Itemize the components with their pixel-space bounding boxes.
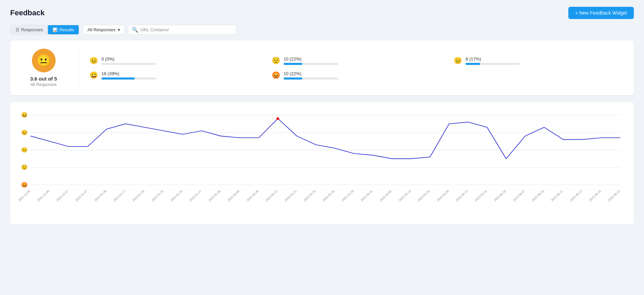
svg-text:2022-04-14: 2022-04-14 (474, 189, 488, 202)
new-feedback-widget-button[interactable]: + New Feedback Widget (568, 7, 634, 19)
svg-text:2022-03-15: 2022-03-15 (417, 189, 431, 202)
rating-emoji: 😟 (272, 56, 280, 65)
url-search-bar: 🔍 URL Contains/ (128, 25, 236, 35)
search-icon: 🔍 (132, 27, 138, 33)
svg-text:2022-03-02: 2022-03-02 (379, 189, 393, 202)
rating-emoji: 😐 (90, 56, 98, 65)
rating-info: 8 (17%) (466, 56, 626, 65)
svg-text:2022-09-12: 2022-09-12 (607, 189, 621, 202)
svg-text:2022-01-28: 2022-01-28 (208, 189, 221, 202)
svg-text:😐: 😐 (21, 147, 28, 153)
svg-text:2021-12-05: 2021-12-05 (18, 189, 31, 202)
svg-text:😊: 😊 (21, 129, 28, 135)
svg-text:2022-03-28: 2022-03-28 (436, 189, 450, 202)
rating-info: 10 (22%) (284, 56, 444, 65)
rating-emoji: 😡 (272, 71, 280, 79)
tab-group: ☰ Responses 📊 Results (10, 24, 79, 35)
svg-text:😟: 😟 (21, 164, 28, 170)
svg-text:😀: 😀 (21, 112, 28, 118)
rating-label: 10 (22%) (284, 56, 444, 62)
ratings-grid: 😐 0 (0%) 😀 18 (39%) 😟 10 (22%) (79, 56, 626, 80)
rating-row: 😐 0 (0%) (90, 56, 262, 65)
rating-emoji: 😀 (90, 71, 98, 79)
rating-bar-background (284, 63, 338, 65)
svg-text:2022-06-07: 2022-06-07 (512, 189, 526, 202)
page-title: Feedback (10, 8, 45, 17)
svg-text:2022-02-06: 2022-02-06 (246, 189, 259, 202)
rating-label: 0 (0%) (101, 56, 262, 62)
rating-bar-background (466, 63, 520, 65)
svg-text:2021-12-06: 2021-12-06 (37, 189, 50, 202)
rating-bar-fill (101, 77, 135, 80)
svg-text:2022-02-12: 2022-02-12 (265, 189, 278, 202)
svg-text:2022-01-24: 2022-01-24 (170, 189, 183, 202)
rating-row: 😟 10 (22%) (272, 56, 444, 65)
all-responses-dropdown[interactable]: All Responses ▾ (83, 25, 124, 35)
main-content: 😐 3.6 out of 5 46 Responses 😐 0 (0%) 😀 1… (0, 40, 644, 224)
rating-row: 😀 18 (39%) (90, 71, 262, 80)
svg-text:2022-01-17: 2022-01-17 (113, 189, 126, 202)
svg-text:2022-03-14: 2022-03-14 (398, 189, 412, 202)
svg-text:2022-02-24: 2022-02-24 (322, 189, 336, 202)
chevron-down-icon: ▾ (118, 27, 120, 32)
bar-chart-icon: 📊 (53, 28, 58, 32)
rating-label: 8 (17%) (466, 56, 626, 62)
average-face-emoji: 😐 (32, 49, 56, 72)
rating-bar-fill (466, 63, 480, 65)
list-icon: ☰ (16, 28, 19, 32)
svg-text:2021-12-27: 2021-12-27 (56, 189, 69, 202)
svg-text:2022-08-15: 2022-08-15 (588, 189, 602, 202)
chart-card: 😡😟😐😊😀2021-12-052021-12-062021-12-272022-… (10, 102, 634, 224)
rating-bar-background (284, 77, 338, 80)
trend-chart: 😡😟😐😊😀2021-12-052021-12-062021-12-272022-… (17, 109, 627, 204)
svg-text:2022-01-27: 2022-01-27 (189, 189, 202, 202)
svg-text:2022-04-12: 2022-04-12 (455, 189, 469, 202)
rating-info: 0 (0%) (101, 56, 262, 65)
page-header: Feedback + New Feedback Widget (0, 0, 644, 24)
svg-text:2022-02-04: 2022-02-04 (227, 189, 240, 202)
svg-text:2022-01-23: 2022-01-23 (151, 189, 164, 202)
rating-bar-fill (284, 77, 302, 80)
svg-text:2022-02-23: 2022-02-23 (303, 189, 317, 202)
svg-text:2022-01-20: 2022-01-20 (132, 189, 145, 202)
svg-text:2022-08-13: 2022-08-13 (569, 189, 583, 202)
svg-text:2022-03-01: 2022-03-01 (360, 189, 374, 202)
rating-row: 😡 10 (22%) (272, 71, 444, 80)
svg-text:2022-08-10: 2022-08-10 (531, 189, 545, 202)
rating-info: 18 (39%) (101, 71, 262, 80)
tab-results[interactable]: 📊 Results (48, 25, 79, 34)
svg-point-42 (277, 117, 279, 120)
toolbar: ☰ Responses 📊 Results All Responses ▾ 🔍 … (0, 24, 644, 40)
rating-row: 😐 8 (17%) (454, 56, 626, 65)
svg-text:2022-01-07: 2022-01-07 (75, 189, 88, 202)
svg-text:2022-08-11: 2022-08-11 (550, 189, 564, 202)
svg-text:2022-01-08: 2022-01-08 (94, 189, 107, 202)
search-label: URL Contains/ (140, 27, 169, 32)
svg-text:2022-02-26: 2022-02-26 (341, 189, 355, 202)
rating-bar-fill (284, 63, 302, 65)
rating-bar-background (101, 63, 156, 65)
score-text: 3.6 out of 5 (30, 76, 57, 82)
svg-text:2022-02-21: 2022-02-21 (284, 189, 298, 202)
svg-text:2022-05-10: 2022-05-10 (493, 189, 507, 202)
search-input[interactable] (171, 25, 233, 34)
rating-label: 18 (39%) (101, 71, 262, 76)
responses-count: 46 Responses (31, 82, 57, 87)
rating-info: 10 (22%) (284, 71, 444, 80)
svg-text:😡: 😡 (21, 181, 28, 188)
tab-responses[interactable]: ☰ Responses (11, 25, 48, 34)
summary-card: 😐 3.6 out of 5 46 Responses 😐 0 (0%) 😀 1… (10, 40, 634, 95)
rating-emoji: 😐 (454, 56, 462, 65)
score-section: 😐 3.6 out of 5 46 Responses (18, 49, 79, 87)
rating-bar-background (101, 77, 156, 80)
rating-label: 10 (22%) (284, 71, 444, 76)
